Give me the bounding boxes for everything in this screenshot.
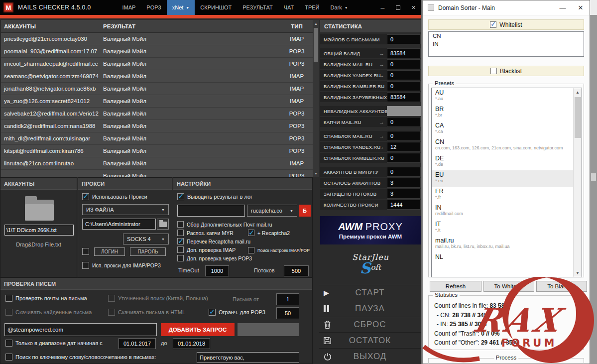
table-row[interactable]: linrutao@21cn.com:linrutao Валидный Мэйл…: [1, 157, 319, 170]
close-button[interactable]: ✕: [572, 0, 590, 15]
download-letters-checkbox[interactable]: [5, 309, 12, 316]
header-type[interactable]: ТИП: [281, 20, 313, 32]
presets-scrollbar[interactable]: ▲ ▼: [573, 88, 582, 277]
preset-item[interactable]: FR *.fr: [432, 187, 573, 203]
password-button[interactable]: ПАРОЛЬ: [130, 247, 166, 256]
maximize-button[interactable]: [390, 0, 406, 15]
captcha-key-input[interactable]: [177, 205, 245, 217]
use-proxy-checkbox[interactable]: [82, 193, 89, 200]
preset-item[interactable]: NL: [432, 252, 573, 269]
scroll-down-icon[interactable]: ▼: [313, 170, 319, 177]
menu-tray[interactable]: ТРЕЙ: [299, 0, 325, 15]
proxy-imap-pop3-checkbox[interactable]: [82, 262, 89, 269]
table-scrollbar[interactable]: ▲ ▼: [313, 20, 319, 177]
scroll-thumb[interactable]: [575, 97, 581, 138]
balance-button[interactable]: Б: [299, 205, 311, 217]
threads-input[interactable]: 500: [284, 265, 309, 276]
pop3-limit-checkbox[interactable]: [209, 309, 216, 316]
download-html-checkbox[interactable]: [108, 309, 115, 316]
table-row[interactable]: seamanc@netvigator.com:zm469874 Валидный…: [1, 70, 319, 83]
letters-from-input[interactable]: 1: [276, 293, 299, 305]
recaptcha2-checkbox[interactable]: [248, 230, 254, 236]
log-output-checkbox[interactable]: [177, 193, 184, 200]
whitelist-item[interactable]: CN: [429, 32, 584, 40]
table-row[interactable]: Валидный Мэйл POP3: [1, 170, 319, 177]
table-row[interactable]: ya_zuo@126.com:secret8241012 Валидный Мэ…: [1, 95, 319, 108]
pop3-limit-input[interactable]: 50: [276, 307, 299, 319]
preset-item[interactable]: BR *.br: [432, 105, 573, 121]
pop3-limit-row[interactable]: Огранч. для POP3: [209, 309, 265, 316]
header-accounts[interactable]: АККАУНТЫ: [1, 20, 100, 32]
scroll-down-icon[interactable]: ▼: [574, 269, 582, 277]
to-whitelist-button[interactable]: To Whitelist: [483, 281, 534, 292]
table-row[interactable]: priestleygd@21cn.com:octay030 Валидный М…: [1, 33, 319, 45]
blacklist-toggle[interactable]: Blacklist: [428, 66, 584, 76]
blacklist-checkbox[interactable]: [490, 68, 497, 74]
proxy-auth-row[interactable]: [82, 248, 89, 255]
timeout-input[interactable]: 1000: [205, 265, 229, 276]
add-query-button[interactable]: ДОБАВИТЬ ЗАПРОС: [161, 323, 235, 336]
table-row[interactable]: mith_dl@rediffmail.com:tulsinagar Валидн…: [1, 132, 319, 145]
refresh-button[interactable]: Refresh: [430, 281, 481, 292]
date-range-checkbox[interactable]: [5, 340, 12, 347]
proxy-imap-pop3-row[interactable]: Исп. прокси для IMAP/POP3: [82, 262, 161, 269]
captcha-service-select[interactable]: rucaptcha.co ▼: [247, 205, 297, 217]
preset-item[interactable]: CN cn.com, 163.com, 126.com, 21cn.com, s…: [432, 137, 573, 154]
folder-icon[interactable]: [25, 200, 54, 221]
scroll-thumb[interactable]: [314, 28, 318, 62]
pop3-extra-check-checkbox[interactable]: [177, 255, 184, 261]
menu-imap[interactable]: IMAP: [117, 0, 141, 15]
minimize-button[interactable]: —: [554, 0, 572, 15]
proxy-source-select[interactable]: ИЗ ФАЙЛА ▼: [82, 204, 169, 215]
imap-extra-check-row[interactable]: Доп. проверка IMAP: [177, 246, 236, 253]
keyword-search-checkbox[interactable]: [5, 354, 12, 361]
preset-item[interactable]: mail.ru mail.ru, bk.ru, list.ru, inbox.r…: [432, 236, 573, 252]
proxy-type-select[interactable]: SOCKS 4 ▼: [123, 234, 169, 244]
recaptcha2-row[interactable]: + Recaptcha2: [248, 230, 290, 236]
download-letters-row[interactable]: Скачивать найденные письма: [5, 309, 92, 316]
preset-item[interactable]: CA *.ca: [432, 121, 573, 137]
query-input[interactable]: @steampowered.com: [4, 323, 157, 336]
check-mail-checkbox[interactable]: [5, 295, 12, 302]
download-html-row[interactable]: Скачивать письма в HTML: [108, 309, 185, 316]
whitelist-toggle[interactable]: Whitelist: [428, 19, 584, 30]
keyword-input[interactable]: Приветствую вас,: [197, 352, 299, 363]
pause-button[interactable]: ПАУЗА: [319, 301, 421, 317]
table-row[interactable]: jonathan88@netvigator.com:ae86xb Валидны…: [1, 83, 319, 95]
keyword-search-row[interactable]: Поиск по ключевому слову/словосочетанию …: [5, 354, 156, 361]
minimize-button[interactable]: –: [375, 0, 390, 15]
refined-search-checkbox[interactable]: [108, 295, 115, 302]
awm-proxy-banner[interactable]: AWM PROXY Премиум прокси AWM: [320, 216, 421, 244]
scroll-up-icon[interactable]: ▲: [313, 20, 319, 27]
imap-extra-check-checkbox[interactable]: [177, 246, 184, 253]
preset-item[interactable]: AU *.au: [432, 88, 573, 105]
menu-chat[interactable]: ЧАТ: [278, 0, 300, 15]
to-blacklist-button[interactable]: To Blacklist: [536, 281, 587, 292]
header-result[interactable]: РЕЗУЛЬТАТ: [100, 20, 281, 32]
menu-screenshot[interactable]: СКРИНШОТ: [195, 0, 237, 15]
check-mail-row[interactable]: Проверять почты на письма: [5, 295, 87, 302]
menu-theme[interactable]: Dark▼: [325, 0, 354, 15]
query-secondary-box[interactable]: [238, 323, 299, 336]
table-row[interactable]: imcool_sharmadeepak@rediffmail.cc Валидн…: [1, 58, 319, 70]
recheck-recaptcha-checkbox[interactable]: [177, 238, 184, 244]
preset-item[interactable]: EU *.eu: [432, 170, 573, 187]
menu-pop3[interactable]: POP3: [141, 0, 166, 15]
table-row[interactable]: salvebake12@rediffmail.com:Verio12 Валид…: [1, 108, 319, 120]
collect-extra-mail-checkbox[interactable]: [177, 221, 184, 228]
proxy-auth-checkbox[interactable]: [82, 248, 89, 255]
date-from-input[interactable]: 01.01.2017: [119, 338, 156, 349]
scroll-up-icon[interactable]: ▲: [574, 88, 582, 96]
preset-item[interactable]: IT *.it: [432, 220, 573, 236]
proxy-path-input[interactable]: C:\Users\Administrator: [82, 219, 156, 230]
whitelist-item[interactable]: IN: [429, 40, 584, 48]
whitelist-checkbox[interactable]: [490, 21, 496, 28]
presets-list[interactable]: AU *.au BR *.br CA *.ca CN cn.com, 163.c…: [431, 88, 582, 277]
browse-proxy-button[interactable]: [157, 219, 169, 230]
table-row[interactable]: kitspit@rediffmail.com:kiran786 Валидный…: [1, 145, 319, 157]
refined-search-row[interactable]: Уточненный поиск (Китай, Польша): [108, 295, 208, 302]
preset-item[interactable]: IN rediffmail.com: [432, 203, 573, 220]
log-output-row[interactable]: Выводить результат в лог: [177, 193, 252, 200]
recognize-captcha-row[interactable]: Распоз. капчи MYR: [177, 230, 234, 236]
use-proxy-row[interactable]: Использовать Прокси: [82, 193, 147, 200]
